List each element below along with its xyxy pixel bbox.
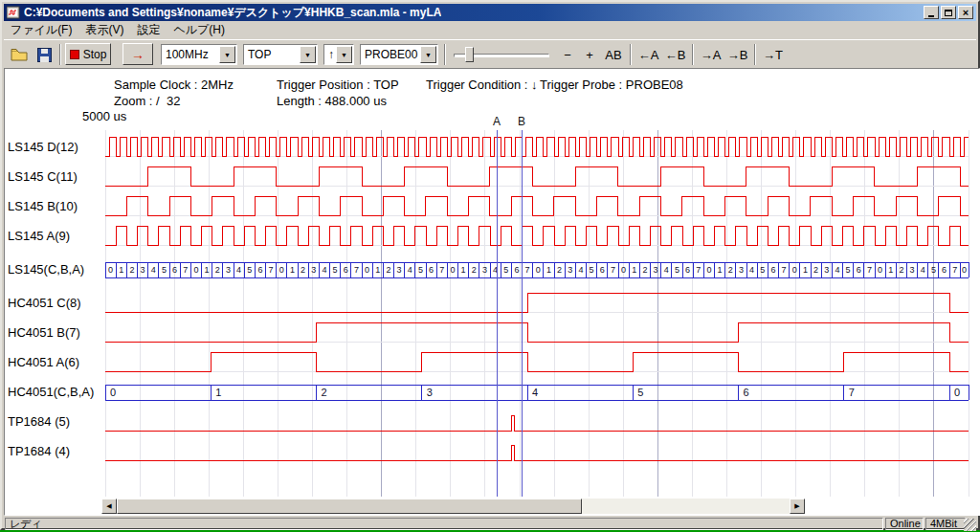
- bus-value: 0: [110, 387, 116, 398]
- bus-value: 7: [183, 265, 188, 275]
- bus-value: 4: [322, 265, 326, 275]
- bus-value: 4: [921, 265, 925, 275]
- sample-clock-info: Sample Clock : 2MHz: [114, 78, 234, 92]
- channel-waveform: [105, 137, 969, 156]
- bus-value: 1: [803, 265, 808, 275]
- bus-value: 3: [482, 265, 487, 275]
- time-scale-label: 5000 us: [82, 109, 126, 123]
- bus-value: 1: [215, 387, 221, 398]
- channel-waveform: [105, 415, 969, 431]
- bus-value: 4: [664, 265, 669, 275]
- channel-waveform: [105, 293, 969, 312]
- app-window: C:¥Documents and Settings¥noname¥デスクトップ¥…: [0, 0, 980, 530]
- bus-value: 0: [279, 265, 284, 275]
- bus-value: 3: [141, 265, 145, 275]
- bus-value: 6: [172, 265, 177, 275]
- channel-label: LS145 C(11): [8, 169, 78, 184]
- bus-value: 1: [119, 265, 123, 275]
- channel-waveform: [105, 196, 969, 215]
- bus-value: 7: [849, 387, 855, 398]
- channel-label: LS145 B(10): [8, 199, 78, 213]
- bus-value: 3: [397, 265, 402, 275]
- bus-value: 4: [749, 265, 754, 275]
- bus-value: 4: [835, 265, 839, 275]
- channel-waveform: [105, 352, 969, 371]
- channel-label: HC4051 C(8): [8, 296, 81, 310]
- bus-value: 5: [675, 265, 679, 275]
- channel-waveform: [105, 166, 969, 186]
- bus-value: 1: [205, 265, 210, 275]
- bus-value: 7: [952, 265, 957, 275]
- bus-value: 1: [375, 265, 380, 275]
- bus-value: 7: [867, 265, 872, 275]
- trigger-probe-info: Trigger Probe : PROBE08: [540, 78, 683, 92]
- scroll-left-button[interactable]: ◀: [101, 499, 117, 514]
- bus-value: 4: [236, 265, 241, 275]
- bus-value: 0: [450, 265, 455, 275]
- trigger-condition-info: Trigger Condition : ↓: [426, 78, 538, 92]
- bus-value: 5: [590, 265, 594, 275]
- scroll-left-icon: ◀: [106, 502, 111, 510]
- bus-value: 0: [193, 265, 198, 275]
- bus-value: 2: [301, 265, 305, 275]
- bus-value: 5: [637, 387, 643, 398]
- bus-value: 3: [824, 265, 829, 275]
- bus-value: 7: [269, 265, 274, 275]
- bus-value: 2: [472, 265, 477, 275]
- bus-value: 3: [909, 265, 914, 275]
- bus-value: 2: [899, 265, 903, 275]
- bus-value: 3: [568, 265, 572, 275]
- bus-value: 4: [408, 265, 412, 275]
- channel-label: LS145 D(12): [8, 140, 78, 154]
- bus-value: 6: [429, 265, 434, 275]
- bus-value: 5: [845, 265, 850, 275]
- scrollbar-thumb[interactable]: [117, 499, 582, 514]
- scroll-right-icon: ▶: [794, 502, 799, 510]
- bus-value: 1: [888, 265, 893, 275]
- bus-value: 2: [813, 265, 818, 275]
- bus-value: 7: [781, 265, 786, 275]
- channel-label: TP1684 (4): [8, 444, 70, 458]
- bus-value: 0: [706, 265, 711, 275]
- scroll-right-button[interactable]: ▶: [790, 499, 805, 514]
- bus-value: 0: [108, 265, 113, 275]
- bus-value: 0: [365, 265, 369, 275]
- length-info: Length : 488.000 us: [277, 94, 387, 108]
- bus-value: 6: [685, 265, 690, 275]
- bus-value: 4: [532, 387, 538, 398]
- bus-value: 0: [621, 265, 626, 275]
- bus-value: 5: [931, 265, 936, 275]
- zoom-info: Zoom : / 32: [114, 94, 180, 108]
- bus-value: 2: [386, 265, 390, 275]
- bus-value: 1: [461, 265, 466, 275]
- bus-value: 6: [857, 265, 861, 275]
- channel-waveform: [105, 445, 969, 460]
- bus-value: 6: [770, 265, 775, 275]
- bus-value: 7: [525, 265, 530, 275]
- bus-value: 4: [151, 265, 156, 275]
- bus-value: 7: [696, 265, 701, 275]
- bus-value: 3: [226, 265, 231, 275]
- bus-value: 7: [354, 265, 359, 275]
- bus-value: 3: [311, 265, 316, 275]
- channel-label: LS145(C,B,A): [8, 262, 84, 277]
- bus-value: 0: [536, 265, 541, 275]
- channel-label: TP1684 (5): [8, 414, 70, 429]
- channel-waveform: [105, 322, 969, 342]
- bus-value: 5: [247, 265, 252, 275]
- bus-value: 1: [290, 265, 295, 275]
- bus-value: 6: [600, 265, 605, 275]
- bus-value: 1: [717, 265, 722, 275]
- bus-value: 6: [514, 265, 519, 275]
- bus-value: 3: [653, 265, 657, 275]
- bus-value: 2: [728, 265, 733, 275]
- bus-value: 6: [344, 265, 348, 275]
- horizontal-scrollbar[interactable]: ◀ ▶: [101, 499, 805, 514]
- bus-value: 1: [632, 265, 636, 275]
- bus-value: 0: [954, 387, 960, 398]
- cursor-a-label: A: [493, 115, 501, 128]
- channel-label: HC4051 A(6): [8, 355, 79, 369]
- bus-value: 5: [760, 265, 765, 275]
- bus-value: 4: [578, 265, 583, 275]
- channel-waveform: [105, 226, 969, 245]
